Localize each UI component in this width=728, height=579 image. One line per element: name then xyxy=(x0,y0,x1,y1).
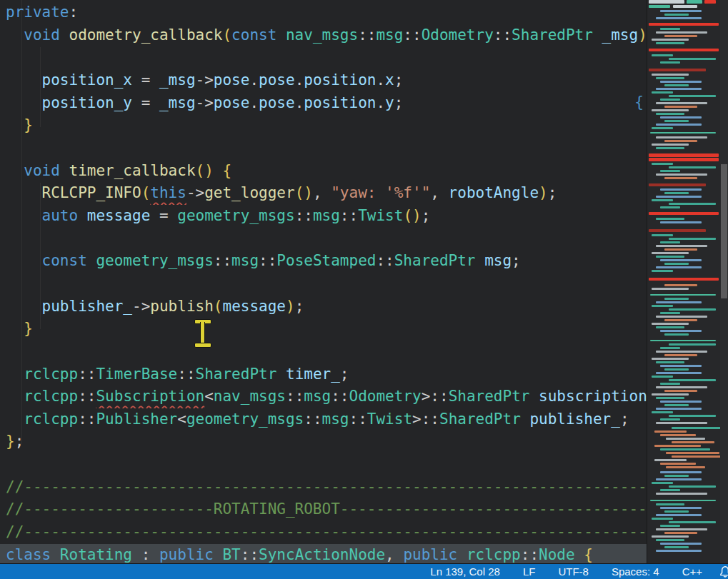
status-cursor-position[interactable]: Ln 139, Col 28 xyxy=(430,565,500,578)
scrollbar-track[interactable] xyxy=(720,0,728,563)
minimap-line xyxy=(656,77,684,79)
code-token: SharedPtr xyxy=(439,411,521,428)
code-token: > xyxy=(412,411,422,428)
minimap-line xyxy=(656,397,684,399)
code-token: TimerBase xyxy=(96,366,177,383)
code-token: //--------------------------------------… xyxy=(6,478,647,495)
code-line[interactable]: //--------------------------------------… xyxy=(0,521,647,544)
code-line[interactable] xyxy=(0,273,647,296)
code-token: timer_ xyxy=(286,366,340,383)
scrollbar-thumb[interactable] xyxy=(721,164,727,298)
code-token: SyncActionNode xyxy=(259,546,385,563)
minimap-line xyxy=(652,127,673,129)
minimap-line xyxy=(649,23,719,26)
code-line[interactable]: private: xyxy=(0,1,647,24)
minimap-line xyxy=(664,510,689,513)
code-token: :: xyxy=(214,252,231,269)
minimap-line xyxy=(652,54,673,56)
code-area[interactable]: private: void odometry_callback(const na… xyxy=(0,1,647,563)
minimap-line xyxy=(660,170,680,172)
code-token xyxy=(476,252,485,269)
minimap-line xyxy=(652,270,673,272)
minimap-line xyxy=(664,263,689,265)
code-line[interactable]: class Rotating : public BT::SyncActionNo… xyxy=(0,544,647,563)
code-line[interactable]: } xyxy=(0,318,647,341)
code-line[interactable]: RCLCPP_INFO(this->get_logger(), "yaw: '%… xyxy=(0,182,647,205)
code-line[interactable] xyxy=(0,453,647,476)
code-token: :: xyxy=(78,388,96,405)
code-token: , xyxy=(385,546,403,563)
vscode-editor-window: private: void odometry_callback(const na… xyxy=(0,0,728,579)
status-language-mode[interactable]: C++ xyxy=(682,565,702,578)
code-token: : xyxy=(132,546,159,563)
code-token: Subscription xyxy=(96,388,204,405)
code-line[interactable]: void odometry_callback(const nav_msgs::m… xyxy=(0,24,647,47)
code-token: : xyxy=(69,4,79,21)
minimap-line xyxy=(660,347,680,349)
code-token: ( xyxy=(141,184,151,201)
code-token xyxy=(6,252,42,269)
code-line[interactable]: }; xyxy=(0,431,647,453)
minimap-line xyxy=(669,58,716,60)
code-line[interactable]: position_x = _msg->pose.pose.position.x; xyxy=(0,69,647,92)
code-token: nav_msgs xyxy=(214,388,286,405)
code-token: rclcpp xyxy=(467,546,521,563)
code-token: Twist xyxy=(358,207,403,224)
code-token: } xyxy=(6,433,15,450)
code-line[interactable]: void timer_callback() { xyxy=(0,160,647,183)
minimap-line xyxy=(664,319,697,321)
status-indentation[interactable]: Spaces: 4 xyxy=(612,565,659,578)
notifications-bell-icon[interactable] xyxy=(719,565,728,578)
minimap-line xyxy=(664,333,689,336)
code-line[interactable]: } xyxy=(0,114,647,137)
minimap[interactable] xyxy=(647,0,721,563)
code-line[interactable] xyxy=(0,46,647,69)
minimap-line xyxy=(672,427,721,429)
code-token: ) { xyxy=(638,26,647,44)
ibeam-stem xyxy=(200,322,205,345)
code-token xyxy=(6,184,42,201)
code-token: BT xyxy=(222,546,240,563)
code-line[interactable]: rclcpp::Subscription<nav_msgs::msg::Odom… xyxy=(0,386,647,408)
minimap-line xyxy=(656,173,707,176)
minimap-line xyxy=(669,308,716,311)
status-encoding[interactable]: UTF-8 xyxy=(558,565,589,578)
status-eol-sequence[interactable]: LF xyxy=(523,565,536,578)
code-token: ; xyxy=(422,207,431,224)
minimap-line xyxy=(656,124,702,126)
code-line[interactable]: const geometry_msgs::msg::PoseStamped::S… xyxy=(0,250,647,273)
code-line[interactable] xyxy=(0,341,647,363)
minimap-line xyxy=(649,183,706,186)
code-line[interactable]: //---------------------ROTATING_ROBOT---… xyxy=(0,498,647,521)
minimap-line xyxy=(664,284,697,286)
code-token: pose xyxy=(259,94,295,111)
code-line[interactable]: publisher_->publish(message); xyxy=(0,296,647,318)
minimap-line xyxy=(656,493,707,495)
code-token: void xyxy=(24,162,69,179)
code-line[interactable]: rclcpp::TimerBase::SharedPtr timer_; xyxy=(0,363,647,386)
minimap-line xyxy=(660,525,680,527)
code-token: RCLCPP_INFO xyxy=(42,184,141,201)
code-token: :: xyxy=(259,252,276,269)
code-line[interactable]: rclcpp::Publisher<geometry_msgs::msg::Tw… xyxy=(0,408,647,431)
code-token xyxy=(6,71,42,89)
code-token: public xyxy=(403,546,467,563)
minimap-line xyxy=(652,535,689,538)
code-token: msg xyxy=(376,26,403,44)
code-token: pose xyxy=(259,71,295,89)
code-editor[interactable]: private: void odometry_callback(const na… xyxy=(0,0,647,563)
code-token: SharedPtr xyxy=(512,26,593,44)
code-token: y xyxy=(385,94,394,111)
minimap-line xyxy=(652,393,689,396)
code-line[interactable] xyxy=(0,137,647,160)
code-token: ; xyxy=(548,184,557,201)
minimap-line xyxy=(652,163,673,165)
code-token: _msg xyxy=(159,94,196,111)
minimap-line xyxy=(654,431,687,433)
code-line[interactable]: //--------------------------------------… xyxy=(0,476,647,499)
code-line[interactable] xyxy=(0,228,647,251)
code-token: } xyxy=(24,116,33,134)
code-line[interactable]: auto message = geometry_msgs::msg::Twist… xyxy=(0,205,647,228)
code-line[interactable]: position_y = _msg->pose.pose.position.y; xyxy=(0,92,647,115)
minimap-line xyxy=(664,192,689,194)
